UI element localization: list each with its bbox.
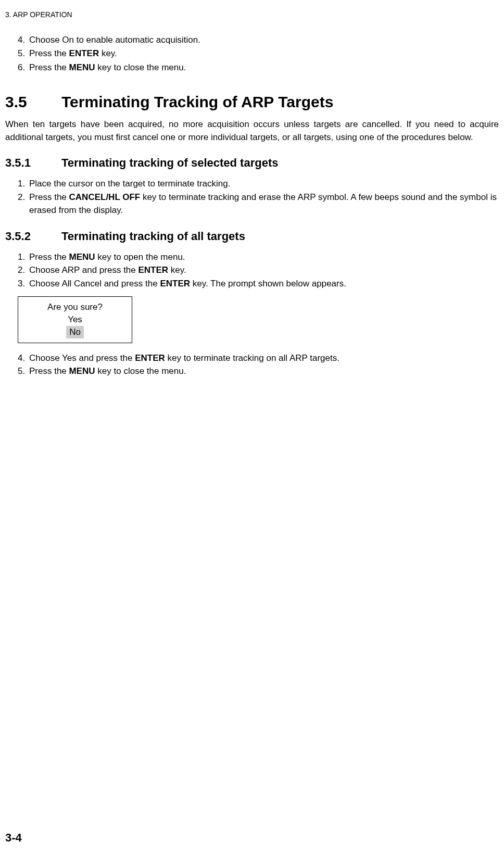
step-text: Choose Yes and press the ENTER key to te… [29,351,339,365]
subsection-title-text: Terminating tracking of all targets [61,230,245,243]
step-number: 4. [18,351,29,365]
list-item: 5. Press the MENU key to close the menu. [18,365,499,378]
step-text: Press the MENU key to open the menu. [29,250,185,264]
subsection-heading: 3.5.2Terminating tracking of all targets [5,230,499,243]
list-item: 4. Choose On to enable automatic acquisi… [18,33,499,47]
chapter-header: 3. ARP OPERATION [5,10,499,19]
step-number: 2. [18,263,29,277]
step-text: Press the ENTER key. [29,47,117,60]
step-number: 1. [18,250,29,264]
list-item: 6. Press the MENU key to close the menu. [18,61,499,74]
page-number: 3-4 [5,831,22,845]
prompt-no: No [66,326,84,338]
subsection-number: 3.5.2 [5,230,61,243]
step-text: Choose All Cancel and press the ENTER ke… [29,277,346,291]
subsection-steps: 1. Place the cursor on the target to ter… [18,177,499,217]
confirm-prompt: Are you sure? Yes No [18,296,132,343]
section-heading: 3.5Terminating Tracking of ARP Targets [5,93,499,111]
subsection-steps: 4. Choose Yes and press the ENTER key to… [18,351,499,378]
subsection-heading: 3.5.1Terminating tracking of selected ta… [5,156,499,170]
step-number: 3. [18,277,29,291]
list-item: 1. Press the MENU key to open the menu. [18,250,499,264]
step-text: Place the cursor on the target to termin… [29,177,230,191]
subsection-number: 3.5.1 [5,156,61,170]
step-number: 1. [18,177,29,191]
list-item: 5. Press the ENTER key. [18,47,499,60]
step-number: 4. [18,33,29,47]
step-text: Press the MENU key to close the menu. [29,365,186,378]
list-item: 3. Choose All Cancel and press the ENTER… [18,277,499,291]
step-text: Choose ARP and press the ENTER key. [29,263,186,277]
list-item: 1. Place the cursor on the target to ter… [18,177,499,191]
prompt-question: Are you sure? [18,301,132,313]
section-number: 3.5 [5,93,61,111]
step-text: Press the MENU key to close the menu. [29,61,186,74]
continued-steps: 4. Choose On to enable automatic acquisi… [18,33,499,74]
step-number: 5. [18,365,29,378]
subsection-steps: 1. Press the MENU key to open the menu. … [18,250,499,291]
prompt-yes: Yes [18,313,132,326]
list-item: 2. Choose ARP and press the ENTER key. [18,263,499,277]
list-item: 2. Press the CANCEL/HL OFF key to termin… [18,191,499,217]
step-text: Choose On to enable automatic acquisitio… [29,33,200,47]
step-number: 2. [18,191,29,217]
step-number: 5. [18,47,29,60]
subsection-title-text: Terminating tracking of selected targets [61,156,278,169]
section-intro: When ten targets have been acquired, no … [5,118,499,144]
list-item: 4. Choose Yes and press the ENTER key to… [18,351,499,365]
step-text: Press the CANCEL/HL OFF key to terminate… [29,191,499,217]
step-number: 6. [18,61,29,74]
section-title-text: Terminating Tracking of ARP Targets [61,93,333,110]
